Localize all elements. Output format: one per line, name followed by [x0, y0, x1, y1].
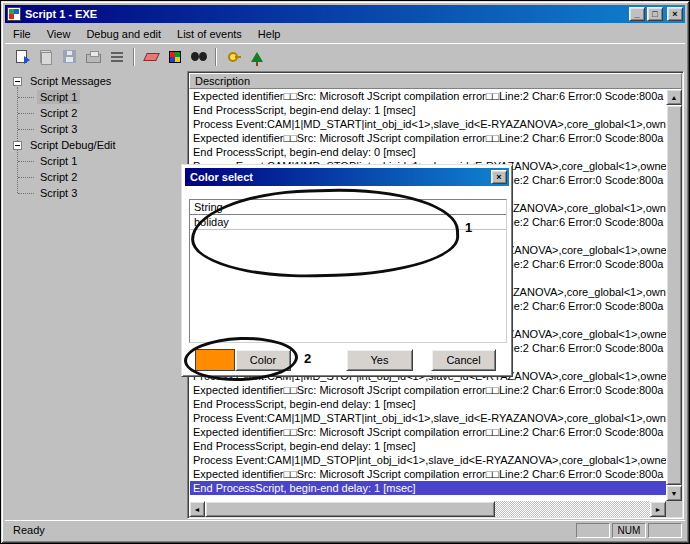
annotation-label-1: 1 — [465, 220, 472, 235]
log-row[interactable]: Expected identifier□□Src: Microsoft JScr… — [190, 383, 666, 397]
log-row[interactable]: End ProcessScript, begin-end delay: 1 [m… — [190, 103, 666, 117]
minimize-icon: _ — [634, 10, 639, 19]
string-list: String holiday — [189, 199, 507, 343]
cancel-button[interactable]: Cancel — [431, 349, 496, 371]
vertical-scroll-thumb[interactable] — [666, 105, 682, 485]
app-icon[interactable] — [7, 7, 21, 21]
save-icon[interactable] — [57, 46, 81, 67]
collapse-icon[interactable] — [13, 141, 22, 150]
tree-item-script-1[interactable]: Script 1 — [9, 89, 185, 105]
log-row[interactable]: Process Event:CAM|1|MD_STOP|int_obj_id<1… — [190, 453, 666, 467]
scroll-right-icon: ► — [655, 506, 662, 513]
horizontal-scrollbar[interactable]: ◄ ► — [189, 501, 666, 517]
log-row[interactable]: End ProcessScript, begin-end delay: 1 [m… — [190, 397, 666, 411]
scroll-left-icon: ◄ — [194, 506, 201, 513]
close-button[interactable]: × — [667, 7, 683, 21]
log-row[interactable]: Process Event:CAM|1|MD_START|int_obj_id<… — [190, 117, 666, 131]
window-title: Script 1 - EXE — [25, 8, 97, 20]
menu-file[interactable]: File — [5, 25, 39, 43]
toolbar — [5, 43, 685, 69]
tree-item-script-2[interactable]: Script 2 — [9, 105, 185, 121]
key-icon[interactable] — [221, 46, 245, 67]
tree-item-script-2[interactable]: Script 2 — [9, 169, 185, 185]
binoculars-icon[interactable] — [187, 46, 211, 67]
minimize-button[interactable]: _ — [629, 7, 645, 21]
palette-icon[interactable] — [163, 46, 187, 67]
horizontal-scroll-thumb[interactable] — [205, 501, 495, 517]
color-swatch[interactable] — [195, 349, 235, 371]
maximize-button[interactable]: □ — [647, 7, 663, 21]
annotation-label-2: 2 — [304, 351, 311, 366]
tree-group-script-messages[interactable]: Script Messages — [9, 73, 185, 89]
copy-icon[interactable] — [33, 46, 57, 67]
scroll-down-icon: ▼ — [671, 490, 678, 497]
scroll-right-button[interactable]: ► — [650, 501, 666, 517]
list-item-holiday[interactable]: holiday — [190, 215, 506, 230]
status-pane-scrl — [648, 523, 682, 538]
tree-item-script-3[interactable]: Script 3 — [9, 185, 185, 201]
title-bar[interactable]: Script 1 - EXE _ □ × — [5, 5, 685, 23]
log-row[interactable]: End ProcessScript, begin-end delay: 1 [m… — [190, 439, 666, 453]
list-icon[interactable] — [105, 46, 129, 67]
tree-item-script-1[interactable]: Script 1 — [9, 153, 185, 169]
toolbar-separator — [133, 48, 135, 66]
collapse-icon[interactable] — [13, 77, 22, 86]
color-select-dialog: Color select × String holiday Color Yes … — [181, 164, 513, 377]
menu-help[interactable]: Help — [250, 25, 289, 43]
log-column-header[interactable]: Description — [189, 73, 682, 89]
color-button[interactable]: Color — [235, 349, 291, 371]
close-icon: × — [672, 10, 677, 19]
dialog-close-button[interactable]: × — [491, 170, 507, 184]
tree-item-label: Script 1 — [37, 90, 80, 104]
log-row[interactable]: End ProcessScript, begin-end delay: 1 [m… — [190, 481, 666, 495]
yes-button[interactable]: Yes — [346, 349, 413, 371]
tree-item-label: Script 3 — [37, 186, 80, 200]
main-window: Script 1 - EXE _ □ × File View Debug and… — [0, 0, 690, 544]
menu-view[interactable]: View — [39, 25, 79, 43]
menu-list-of-events[interactable]: List of events — [169, 25, 250, 43]
scroll-left-button[interactable]: ◄ — [189, 501, 205, 517]
vertical-scrollbar[interactable]: ▲ ▼ — [666, 89, 682, 501]
log-row[interactable]: Process Event:CAM|1|MD_START|int_obj_id<… — [190, 411, 666, 425]
log-row[interactable]: End ProcessScript, begin-end delay: 0 [m… — [190, 145, 666, 159]
print-icon[interactable] — [81, 46, 105, 67]
status-message: Ready — [8, 523, 50, 537]
log-row[interactable]: Expected identifier□□Src: Microsoft JScr… — [190, 467, 666, 481]
status-pane-num: NUM — [612, 523, 646, 538]
toolbar-separator — [215, 48, 217, 66]
tree-group-script-debug-edit[interactable]: Script Debug/Edit — [9, 137, 185, 153]
tree-group-label: Script Debug/Edit — [27, 138, 119, 152]
maximize-icon: □ — [652, 10, 657, 19]
tree-item-label: Script 2 — [37, 106, 80, 120]
string-column-header[interactable]: String — [190, 200, 506, 215]
tree-item-label: Script 3 — [37, 122, 80, 136]
eraser-icon[interactable] — [139, 46, 163, 67]
scrollbar-corner — [666, 501, 682, 517]
scroll-up-button[interactable]: ▲ — [666, 89, 682, 105]
log-row[interactable]: Expected identifier□□Src: Microsoft JScr… — [190, 131, 666, 145]
script-tree: Script Messages Script 1 Script 2 Script… — [9, 73, 185, 519]
scroll-up-icon: ▲ — [671, 94, 678, 101]
tree-item-script-3[interactable]: Script 3 — [9, 121, 185, 137]
scroll-down-button[interactable]: ▼ — [666, 485, 682, 501]
status-pane-cap — [576, 523, 610, 538]
dialog-title: Color select — [190, 171, 253, 183]
tree-group-label: Script Messages — [27, 74, 114, 88]
tree-item-label: Script 2 — [37, 170, 80, 184]
tree-icon[interactable] — [245, 46, 269, 67]
log-row[interactable]: Expected identifier□□Src: Microsoft JScr… — [190, 89, 666, 103]
status-bar: Ready NUM — [5, 520, 685, 539]
log-row[interactable]: Expected identifier□□Src: Microsoft JScr… — [190, 425, 666, 439]
menu-bar: File View Debug and edit List of events … — [5, 24, 685, 43]
execute-icon[interactable] — [9, 46, 33, 67]
close-icon: × — [496, 173, 501, 182]
menu-debug-and-edit[interactable]: Debug and edit — [78, 25, 169, 43]
tree-item-label: Script 1 — [37, 154, 80, 168]
dialog-title-bar[interactable]: Color select × — [185, 168, 509, 186]
